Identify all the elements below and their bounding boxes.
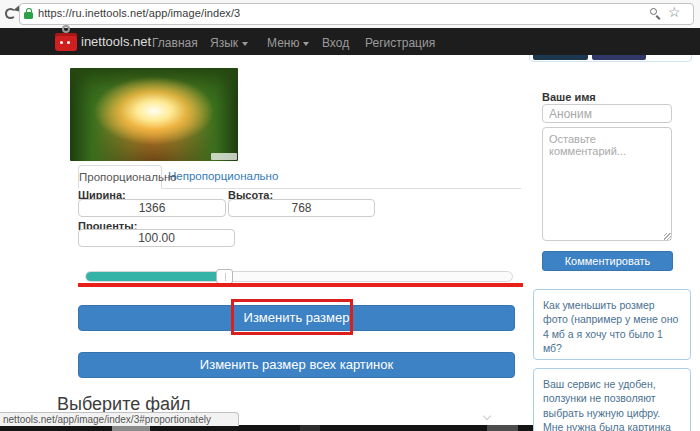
annotation-red-box: [231, 299, 353, 335]
nav-item-home[interactable]: Главная: [152, 36, 198, 50]
width-input[interactable]: [78, 199, 226, 217]
nav-item-menu[interactable]: Меню: [267, 36, 309, 50]
resize-all-button[interactable]: Изменить размер всех картинок: [78, 352, 515, 378]
lock-icon: [24, 8, 33, 20]
bookmark-star-icon[interactable]: ☆: [668, 4, 681, 20]
status-bar: nettools.net/app/image/index/3#proportio…: [0, 412, 239, 426]
search-zoom-icon[interactable]: [650, 8, 662, 20]
percent-input[interactable]: [78, 229, 235, 247]
annotation-red-line: [78, 283, 523, 287]
textarea-resize-handle[interactable]: [664, 233, 671, 240]
nav-item-language[interactable]: Язык: [210, 36, 248, 50]
url-text[interactable]: https://ru.inettools.net/app/image/index…: [38, 7, 240, 19]
tab-proportional[interactable]: Пропорционально: [78, 165, 162, 189]
nav-item-login[interactable]: Вход: [322, 36, 349, 50]
name-input[interactable]: [542, 104, 672, 123]
comment-textarea[interactable]: [542, 127, 672, 241]
caret-down-icon: [242, 42, 248, 46]
comment-item: Ваш сервис не удобен, ползунки не позвол…: [533, 368, 691, 431]
browser-chrome: https://ru.inettools.net/app/image/index…: [0, 0, 700, 28]
comment-item: Как уменьшить розмер фото (например у ме…: [533, 289, 691, 360]
name-label: Ваше имя: [542, 91, 596, 103]
watermark: [211, 153, 237, 160]
reload-icon[interactable]: [3, 6, 19, 22]
slider-fill: [86, 272, 218, 281]
height-input[interactable]: [228, 199, 375, 217]
submit-comment-button[interactable]: Комментировать: [542, 251, 673, 271]
image-preview[interactable]: [70, 68, 238, 161]
slider-handle[interactable]: [216, 269, 233, 284]
toolbox-logo-icon[interactable]: [55, 31, 77, 51]
tab-nonproportional[interactable]: Непропорционально: [168, 170, 278, 182]
size-slider[interactable]: [85, 271, 513, 282]
brand-name[interactable]: inettools.net: [81, 34, 151, 49]
caret-down-icon: [303, 42, 309, 46]
nav-item-register[interactable]: Регистрация: [365, 36, 435, 50]
chevron-down-icon: [484, 412, 492, 420]
